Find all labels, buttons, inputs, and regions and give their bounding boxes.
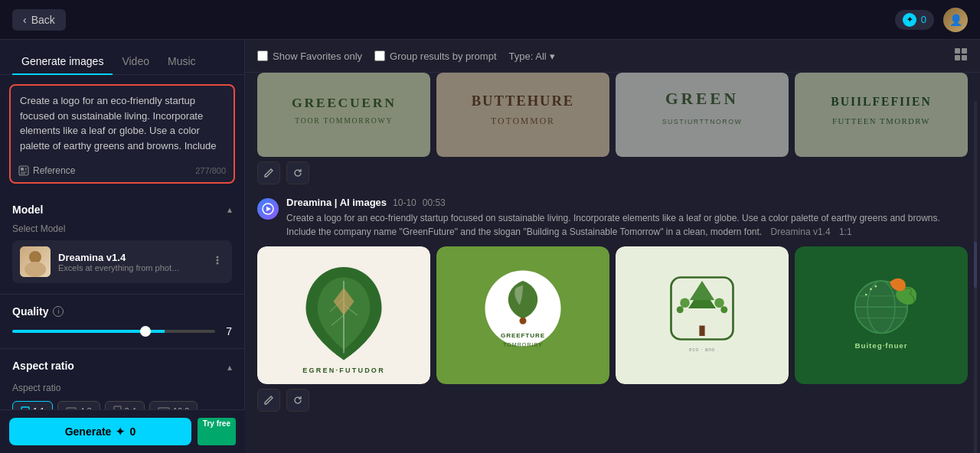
tab-video[interactable]: Video bbox=[113, 49, 158, 75]
model-section-header: Model ▴ bbox=[12, 204, 232, 216]
tab-generate-images[interactable]: Generate images bbox=[12, 49, 113, 75]
svg-point-63 bbox=[870, 288, 872, 290]
generate-button[interactable]: Generate ✦ 0 bbox=[9, 418, 191, 445]
avatar[interactable]: 👤 bbox=[943, 8, 968, 32]
svg-point-8 bbox=[24, 262, 46, 277]
svg-rect-19 bbox=[955, 55, 960, 60]
svg-point-9 bbox=[217, 256, 219, 259]
try-free-badge: Try free bbox=[198, 418, 236, 445]
prompt-footer: Reference 277/800 bbox=[18, 165, 226, 176]
quality-section: Quality i 7 bbox=[0, 295, 244, 349]
svg-point-11 bbox=[217, 262, 219, 265]
svg-rect-21 bbox=[276, 81, 411, 148]
edit-button-top[interactable] bbox=[257, 161, 280, 184]
model-chevron-icon: ▴ bbox=[227, 204, 232, 215]
model-desc: Excels at everything from photoreali... bbox=[58, 263, 181, 272]
svg-text:EGREN·FUTUDOR: EGREN·FUTUDOR bbox=[302, 367, 385, 374]
prompt-textarea[interactable]: Create a logo for an eco-friendly startu… bbox=[20, 93, 224, 155]
svg-rect-48 bbox=[699, 326, 704, 337]
svg-point-53 bbox=[677, 306, 684, 313]
logo-card-2[interactable]: GREEFTURE TOMRORIRY bbox=[436, 246, 609, 384]
model-name: Dreamina v1.4 bbox=[58, 252, 203, 263]
grid-view-icon[interactable] bbox=[954, 47, 968, 64]
scrollbar-thumb[interactable] bbox=[974, 242, 977, 288]
type-filter-label: Type: All bbox=[509, 51, 547, 62]
top-image-card-2[interactable]: BUTTEHURE TOTOMMOR bbox=[436, 73, 609, 157]
generate-label: Generate bbox=[65, 425, 112, 438]
model-settings-icon[interactable] bbox=[211, 253, 224, 270]
svg-text:SUSTIURTTNOROW: SUSTIURTTNOROW bbox=[662, 118, 743, 125]
top-image-card-4[interactable]: BUIILFEFIIEN FUTTEEN TMORDRW bbox=[795, 73, 968, 157]
quality-info-icon[interactable]: i bbox=[53, 306, 64, 317]
quality-slider[interactable] bbox=[12, 330, 215, 333]
main-images-row: EGREN·FUTUDOR bbox=[257, 246, 968, 384]
svg-text:TOMRORIRY: TOMRORIRY bbox=[503, 341, 543, 348]
svg-text:GREEFTURE: GREEFTURE bbox=[501, 332, 545, 339]
logo-card-4[interactable]: Buiteg·fnuer bbox=[795, 246, 968, 384]
model-title: Model bbox=[12, 204, 43, 216]
svg-rect-20 bbox=[962, 55, 967, 60]
tab-music[interactable]: Music bbox=[158, 49, 205, 75]
generation-app-icon bbox=[257, 198, 279, 220]
prompt-area: Create a logo for an eco-friendly startu… bbox=[9, 84, 235, 184]
gen-app-name: Dreamina | AI images bbox=[286, 197, 387, 208]
show-favorites-checkbox[interactable] bbox=[257, 51, 268, 61]
gen-ratio: 1:1 bbox=[839, 226, 852, 237]
svg-text:TOTOMMOR: TOTOMMOR bbox=[491, 116, 555, 126]
reference-label: Reference bbox=[33, 165, 75, 176]
group-results-label: Group results by prompt bbox=[390, 51, 496, 62]
generate-icon: ✦ bbox=[116, 425, 125, 438]
refresh-button-top[interactable] bbox=[286, 161, 309, 184]
svg-rect-1 bbox=[21, 168, 24, 171]
content-area: Show Favorites only Group results by pro… bbox=[245, 40, 980, 453]
svg-point-7 bbox=[29, 251, 41, 263]
group-results-toggle[interactable]: Group results by prompt bbox=[374, 51, 496, 62]
model-info: Dreamina v1.4 Excels at everything from … bbox=[58, 252, 203, 272]
credits-icon: ✦ bbox=[903, 13, 916, 27]
model-section: Model ▴ Select Model bbox=[0, 193, 244, 295]
quality-title: Quality bbox=[12, 305, 48, 318]
show-favorites-label: Show Favorites only bbox=[273, 51, 362, 62]
model-thumbnail bbox=[20, 246, 51, 277]
sidebar: Generate images Video Music Create a log… bbox=[0, 40, 245, 453]
logo-card-1[interactable]: EGREN·FUTUDOR bbox=[257, 246, 430, 384]
aspect-chevron-icon: ▴ bbox=[227, 362, 232, 373]
top-image-card-1[interactable]: GREECUERN TOOR TOMMORROWY bbox=[257, 73, 430, 157]
top-images-row: GREECUERN TOOR TOMMORROWY BUTTEHURE TOTO… bbox=[257, 73, 968, 157]
edit-button-bottom[interactable] bbox=[257, 389, 280, 412]
type-filter[interactable]: Type: All ▾ bbox=[509, 51, 555, 62]
model-select-label: Select Model bbox=[12, 223, 232, 234]
group-results-checkbox[interactable] bbox=[374, 51, 385, 61]
back-arrow-icon: ‹ bbox=[23, 14, 27, 26]
gen-description: Create a logo for an eco-friendly startu… bbox=[286, 211, 968, 239]
top-bar-right: ✦ 0 👤 bbox=[895, 8, 968, 32]
reference-button[interactable]: Reference bbox=[18, 165, 75, 176]
image-grid-container: GREECUERN TOOR TOMMORROWY BUTTEHURE TOTO… bbox=[245, 73, 980, 453]
credits-badge[interactable]: ✦ 0 bbox=[895, 10, 934, 30]
show-favorites-toggle[interactable]: Show Favorites only bbox=[257, 51, 362, 62]
top-bar: ‹ Back ✦ 0 👤 bbox=[0, 0, 980, 40]
logo-card-3[interactable]: eco · ano bbox=[616, 246, 789, 384]
char-count: 277/800 bbox=[195, 166, 226, 175]
main-layout: Generate images Video Music Create a log… bbox=[0, 40, 980, 453]
svg-rect-30 bbox=[806, 77, 956, 152]
svg-rect-24 bbox=[448, 77, 598, 152]
slider-container: 7 bbox=[12, 325, 232, 337]
credits-count: 0 bbox=[921, 14, 926, 25]
refresh-button-bottom[interactable] bbox=[286, 389, 309, 412]
svg-text:BUIILFEFIIEN: BUIILFEFIIEN bbox=[831, 95, 932, 108]
svg-rect-18 bbox=[962, 48, 967, 54]
back-label: Back bbox=[31, 14, 55, 26]
generate-count: 0 bbox=[129, 425, 136, 438]
content-toolbar: Show Favorites only Group results by pro… bbox=[245, 40, 980, 73]
back-button[interactable]: ‹ Back bbox=[12, 9, 66, 31]
svg-rect-17 bbox=[955, 48, 960, 54]
model-card[interactable]: Dreamina v1.4 Excels at everything from … bbox=[12, 240, 232, 283]
gen-time: 00:53 bbox=[423, 197, 446, 208]
scrollbar-track bbox=[974, 101, 977, 453]
main-prompt-group: Dreamina | AI images 10-10 00:53 Create … bbox=[257, 197, 968, 412]
svg-text:TOOR  TOMMORROWY: TOOR TOMMORROWY bbox=[295, 116, 393, 125]
gen-model-info: Dreamina v1.4 bbox=[771, 226, 831, 237]
top-image-card-3[interactable]: GREEN SUSTIURTTNOROW bbox=[616, 73, 789, 157]
svg-marker-34 bbox=[266, 207, 271, 211]
